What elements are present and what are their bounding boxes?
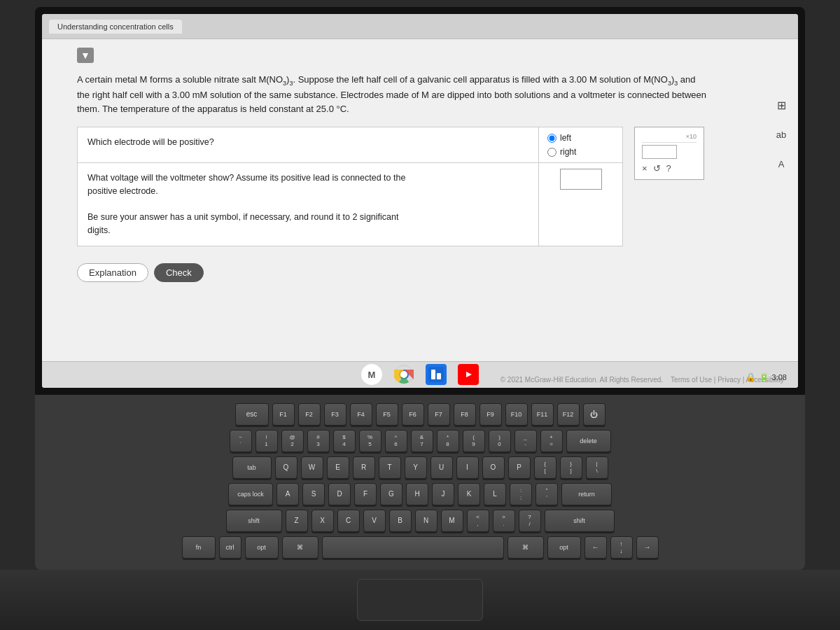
key-n[interactable]: N xyxy=(415,510,438,532)
key-b[interactable]: B xyxy=(389,510,412,532)
key-7[interactable]: &7 xyxy=(411,430,433,452)
key-k[interactable]: K xyxy=(458,483,480,505)
key-f7[interactable]: F7 xyxy=(428,403,450,426)
key-g[interactable]: G xyxy=(380,483,402,505)
key-slash[interactable]: ?/ xyxy=(519,510,541,532)
key-period[interactable]: >. xyxy=(493,510,515,532)
key-p[interactable]: P xyxy=(508,456,531,479)
key-m[interactable]: M xyxy=(441,510,463,532)
key-f2[interactable]: F2 xyxy=(298,403,321,426)
grid-icon[interactable]: ⊞ xyxy=(771,95,791,115)
browser-tab[interactable]: Understanding concentration cells xyxy=(49,20,182,34)
key-f3[interactable]: F3 xyxy=(324,403,346,426)
key-l[interactable]: L xyxy=(484,483,506,505)
taskbar-chrome[interactable] xyxy=(393,364,414,385)
exp-input-field[interactable] xyxy=(642,145,677,159)
key-power[interactable]: ⏻ xyxy=(583,403,606,426)
key-5[interactable]: %5 xyxy=(359,430,382,452)
key-y[interactable]: Y xyxy=(405,456,427,479)
key-w[interactable]: W xyxy=(301,456,323,479)
key-q[interactable]: Q xyxy=(275,456,298,479)
key-f12[interactable]: F12 xyxy=(557,403,580,426)
key-enter[interactable]: return xyxy=(561,483,612,505)
undo-button[interactable]: ↺ xyxy=(653,163,661,174)
explanation-button[interactable]: Explanation xyxy=(77,263,148,282)
key-j[interactable]: J xyxy=(432,483,454,505)
radio-right-input[interactable] xyxy=(547,148,556,157)
key-9[interactable]: (9 xyxy=(463,430,485,452)
key-3[interactable]: #3 xyxy=(307,430,330,452)
key-f6[interactable]: F6 xyxy=(402,403,424,426)
key-cmd-left[interactable]: ⌘ xyxy=(282,536,318,559)
key-caps[interactable]: caps lock xyxy=(228,483,273,505)
key-1[interactable]: !1 xyxy=(255,430,278,452)
screen-content: Understanding concentration cells ▼ A ce… xyxy=(42,14,798,388)
key-quote[interactable]: "' xyxy=(536,483,558,505)
key-s[interactable]: S xyxy=(302,483,325,505)
voltage-input[interactable] xyxy=(560,169,602,190)
key-semicolon[interactable]: :; xyxy=(510,483,532,505)
key-esc[interactable]: esc xyxy=(235,403,269,426)
clear-button[interactable]: × xyxy=(642,163,648,174)
key-comma[interactable]: <, xyxy=(467,510,489,532)
key-h[interactable]: H xyxy=(406,483,428,505)
key-v[interactable]: V xyxy=(363,510,386,532)
key-backtick[interactable]: ~` xyxy=(230,430,252,452)
key-e[interactable]: E xyxy=(327,456,349,479)
key-minus[interactable]: _- xyxy=(514,430,537,452)
key-cmd-right[interactable]: ⌘ xyxy=(507,536,544,559)
key-2[interactable]: @2 xyxy=(281,430,304,452)
key-f4[interactable]: F4 xyxy=(350,403,372,426)
key-d[interactable]: D xyxy=(328,483,351,505)
key-u[interactable]: U xyxy=(430,456,453,479)
key-f[interactable]: F xyxy=(354,483,377,505)
exp-label: ×10 xyxy=(642,133,696,143)
radio-left[interactable]: left xyxy=(547,133,614,143)
key-o[interactable]: O xyxy=(482,456,505,479)
check-button[interactable]: Check xyxy=(154,263,204,282)
key-6[interactable]: ^6 xyxy=(385,430,407,452)
key-a[interactable]: A xyxy=(276,483,299,505)
key-right[interactable]: → xyxy=(636,536,659,559)
key-x[interactable]: X xyxy=(312,510,334,532)
key-bracketright[interactable]: }] xyxy=(560,456,582,479)
radio-right[interactable]: right xyxy=(547,147,614,157)
taskbar-youtube[interactable] xyxy=(458,364,479,385)
key-backspace[interactable]: delete xyxy=(566,430,611,452)
key-left[interactable]: ← xyxy=(584,536,607,559)
taskbar-gmail[interactable]: M xyxy=(361,364,382,385)
accessibility-icon[interactable]: A xyxy=(771,154,791,174)
key-option-right[interactable]: opt xyxy=(547,536,581,559)
help-button[interactable]: ? xyxy=(666,163,671,174)
key-f9[interactable]: F9 xyxy=(479,403,502,426)
key-shift-right[interactable]: shift xyxy=(545,510,615,532)
key-r[interactable]: R xyxy=(353,456,375,479)
key-0[interactable]: )0 xyxy=(489,430,511,452)
key-f8[interactable]: F8 xyxy=(454,403,476,426)
key-option-left[interactable]: opt xyxy=(245,536,279,559)
key-8[interactable]: *8 xyxy=(437,430,459,452)
key-z[interactable]: Z xyxy=(286,510,308,532)
chevron-down-icon[interactable]: ▼ xyxy=(77,48,94,63)
key-space[interactable] xyxy=(322,536,504,559)
key-bracketleft[interactable]: {[ xyxy=(534,456,556,479)
key-tab[interactable]: tab xyxy=(232,456,272,479)
key-shift-left[interactable]: shift xyxy=(226,510,282,532)
key-c[interactable]: C xyxy=(337,510,360,532)
key-backslash[interactable]: |\ xyxy=(586,456,608,479)
taskbar-drive[interactable] xyxy=(426,364,447,385)
key-t[interactable]: T xyxy=(379,456,401,479)
key-f11[interactable]: F11 xyxy=(531,403,554,426)
key-up-down[interactable]: ↑↓ xyxy=(610,536,633,559)
radio-left-input[interactable] xyxy=(547,134,556,143)
touchpad[interactable] xyxy=(357,579,483,621)
key-f10[interactable]: F10 xyxy=(505,403,528,426)
key-i[interactable]: I xyxy=(456,456,479,479)
key-fn[interactable]: fn xyxy=(182,536,216,559)
key-equals[interactable]: += xyxy=(540,430,563,452)
key-f1[interactable]: F1 xyxy=(272,403,295,426)
key-4[interactable]: $4 xyxy=(333,430,356,452)
key-f5[interactable]: F5 xyxy=(376,403,398,426)
text-size-icon[interactable]: ab xyxy=(771,125,791,144)
key-ctrl[interactable]: ctrl xyxy=(219,536,241,559)
